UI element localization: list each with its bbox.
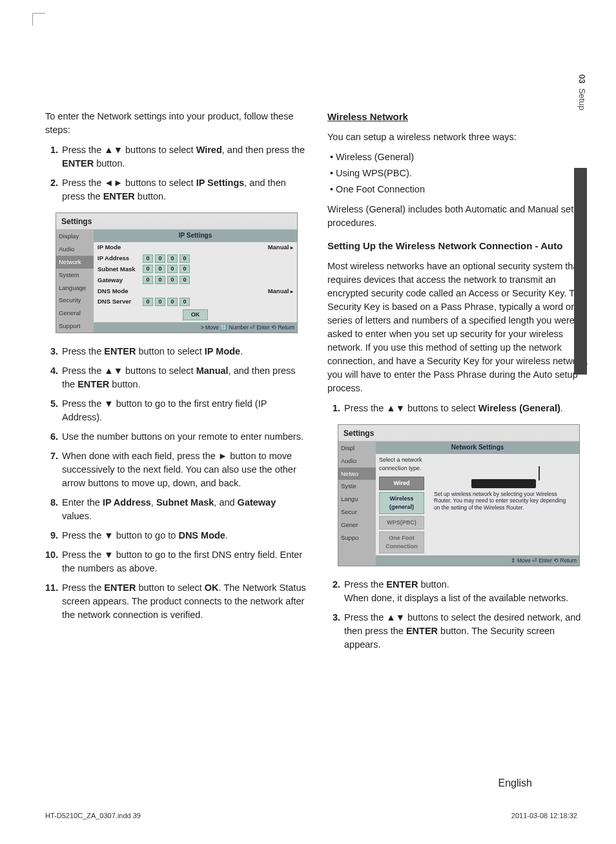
steps-list-b: 3.Press the ENTER button to select IP Mo… [45, 345, 308, 622]
ss2-prompt: Select a network connection type. [376, 454, 427, 475]
ss2-head: Settings [338, 425, 579, 442]
footer-left: HT-D5210C_ZA_0307.indd 39 [45, 812, 141, 819]
network-settings-screenshot: Settings DisplAudioNetwoSysteLanguSecurG… [338, 424, 580, 567]
ss1-head: Settings [56, 213, 297, 230]
steps-list-a: 1.Press the ▲▼ buttons to select Wired, … [45, 143, 308, 203]
steps-list-d: 2.Press the ENTER button.When done, it d… [327, 578, 590, 652]
net-option[interactable]: Wired [379, 477, 424, 490]
ss1-foot: > Move 🔢 Number ⏎ Enter ⟲ Return [94, 322, 297, 333]
thumb-tab [574, 168, 587, 375]
auto-para: Most wireless networks have an optional … [327, 260, 590, 395]
after-bullets: Wireless (General) includes both Automat… [327, 203, 590, 230]
ss2-foot: ⇕ Move ⏎ Enter ⟲ Return [376, 555, 579, 566]
left-column: To enter the Network settings into your … [45, 110, 308, 657]
router-illustration [468, 459, 539, 488]
intro-text: To enter the Network settings into your … [45, 110, 308, 137]
net-option[interactable]: Wireless (general) [379, 492, 424, 514]
ss1-title: IP Settings [94, 230, 297, 242]
side-tab: 03 Setup [577, 74, 587, 110]
language-label: English [498, 777, 532, 789]
footer-right: 2011-03-08 12:18:32 [511, 812, 577, 819]
net-option[interactable]: One Foot Connection [379, 531, 424, 553]
ss2-sidebar: DisplAudioNetwoSysteLanguSecurGenerSuppo [338, 442, 376, 566]
ok-button[interactable]: OK [183, 309, 209, 320]
steps-list-c: 1.Press the ▲▼ buttons to select Wireles… [327, 402, 590, 415]
ss1-sidebar: DisplayAudioNetworkSystemLanguageSecurit… [56, 230, 94, 332]
ss2-note: Set up wireless network by selecting you… [430, 491, 577, 514]
ss2-title: Network Settings [376, 442, 579, 454]
wireless-bullets: Wireless (General)Using WPS(PBC).One Foo… [327, 150, 590, 196]
page-footer: HT-D5210C_ZA_0307.indd 39 2011-03-08 12:… [45, 812, 577, 819]
chapter-num: 03 [577, 74, 587, 83]
wireless-heading: Wireless Network [327, 110, 590, 124]
crop-mark [32, 13, 45, 26]
chapter-label: Setup [577, 88, 587, 110]
ip-settings-screenshot: Settings DisplayAudioNetworkSystemLangua… [56, 212, 298, 333]
net-option[interactable]: WPS(PBC) [379, 516, 424, 530]
right-column: Wireless Network You can setup a wireles… [327, 110, 590, 657]
auto-heading: Setting Up the Wireless Network Connecti… [327, 239, 590, 253]
wireless-intro: You can setup a wireless network three w… [327, 130, 590, 144]
